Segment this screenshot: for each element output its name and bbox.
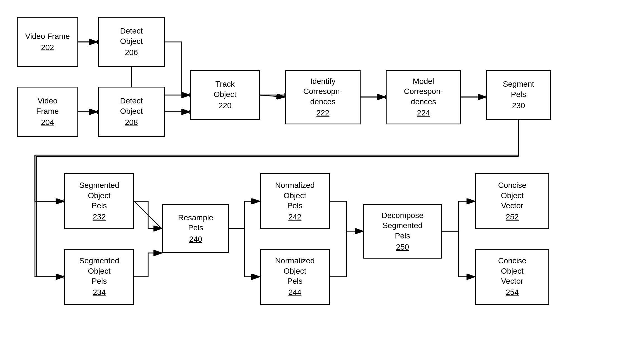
box-nop244-label: NormalizedObjectPels (275, 256, 315, 286)
box-sop232-ref: 232 (93, 212, 106, 222)
box-to220-label: TrackObject (214, 79, 236, 100)
box-vf202-label: Video Frame (25, 31, 70, 41)
box-dsp250: DecomposeSegmentedPels 250 (363, 204, 442, 259)
box-sop232-label: SegmentedObjectPels (79, 180, 119, 211)
box-cov254: ConciseObjectVector 254 (475, 249, 549, 305)
box-cov252-ref: 252 (506, 212, 519, 222)
box-sop234: SegmentedObjectPels 234 (64, 249, 134, 305)
box-ic222-label: IdentifyCorresopn-dences (303, 76, 342, 107)
box-nop244: NormalizedObjectPels 244 (260, 249, 330, 305)
box-do208: DetectObject 208 (98, 87, 165, 137)
box-rp240-label: ResamplePels (178, 213, 213, 233)
box-nop242-label: NormalizedObjectPels (275, 180, 315, 211)
box-sop234-ref: 234 (93, 287, 106, 297)
box-mc224-label: ModelCorrespon-dences (404, 76, 443, 107)
box-dsp250-label: DecomposeSegmentedPels (382, 210, 423, 241)
box-nop244-ref: 244 (288, 287, 302, 297)
box-to220: TrackObject 220 (190, 70, 260, 120)
box-ic222: IdentifyCorresopn-dences 222 (285, 70, 361, 124)
box-do208-label: DetectObject (120, 96, 143, 116)
diagram: Video Frame 202 VideoFrame 204 DetectObj… (0, 0, 644, 362)
box-do206-ref: 206 (125, 48, 138, 58)
box-sp230-ref: 230 (512, 101, 525, 111)
box-sop234-label: SegmentedObjectPels (79, 256, 119, 286)
box-rp240-ref: 240 (189, 234, 202, 244)
box-sp230-label: SegmentPels (503, 79, 534, 100)
box-vf204-label: VideoFrame (36, 96, 59, 116)
box-vf204-ref: 204 (41, 117, 54, 127)
box-dsp250-ref: 250 (396, 242, 409, 252)
box-ic222-ref: 222 (316, 108, 330, 118)
box-sp230: SegmentPels 230 (486, 70, 551, 120)
svg-line-29 (260, 95, 284, 97)
box-nop242-ref: 242 (288, 212, 302, 222)
svg-line-24 (134, 201, 162, 228)
box-rp240: ResamplePels 240 (162, 204, 229, 253)
box-mc224-ref: 224 (417, 108, 430, 118)
box-to220-ref: 220 (219, 101, 232, 111)
box-sop232: SegmentedObjectPels 232 (64, 173, 134, 229)
box-cov254-label: ConciseObjectVector (498, 256, 526, 286)
box-mc224: ModelCorrespon-dences 224 (386, 70, 461, 124)
box-nop242: NormalizedObjectPels 242 (260, 173, 330, 229)
box-vf204: VideoFrame 204 (17, 87, 78, 137)
box-cov254-ref: 254 (506, 287, 519, 297)
box-do206-label: DetectObject (120, 26, 143, 46)
box-do206: DetectObject 206 (98, 17, 165, 67)
box-cov252: ConciseObjectVector 252 (475, 173, 549, 229)
box-vf202-ref: 202 (41, 42, 54, 53)
box-vf202: Video Frame 202 (17, 17, 78, 67)
box-do208-ref: 208 (125, 117, 138, 127)
box-cov252-label: ConciseObjectVector (498, 180, 526, 211)
